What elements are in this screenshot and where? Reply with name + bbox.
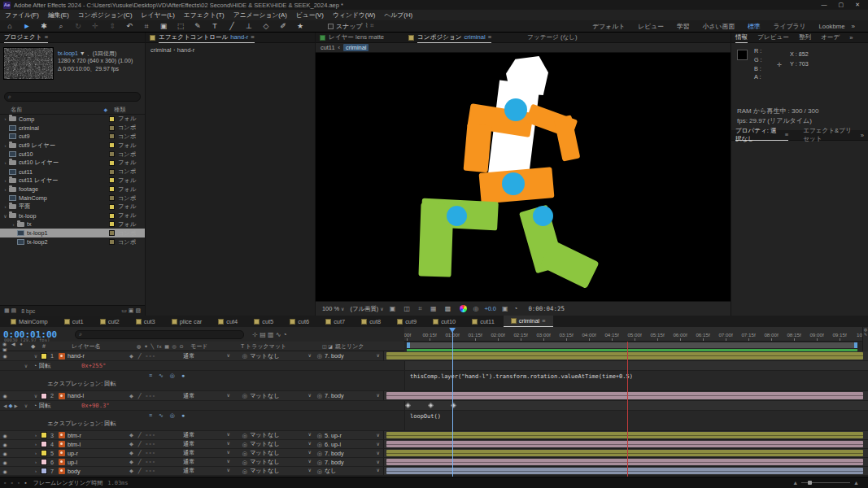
keyframe-toggle-icon[interactable]: ◆ (9, 403, 13, 409)
layer-row[interactable]: ◉›5up-r◆ ╱ ▫▫▫通常∨◎マットなし∨◎7. body∨ (0, 449, 868, 458)
panel-overflow-button[interactable]: » (849, 34, 853, 41)
layer-row[interactable]: ◉›6up-l◆ ╱ ▫▫▫通常∨◎マットなし∨◎7. body∨ (0, 458, 868, 467)
view-option-icons[interactable]: ▣ ◫ ⌗ ▦ ▩ (390, 305, 455, 313)
layer-switches[interactable]: ◆ ╱ ▫▫▫ (129, 441, 183, 447)
column-mode[interactable]: モード (190, 342, 241, 351)
label-color-swatch[interactable] (109, 133, 115, 139)
layer-switches[interactable]: ◆ ╱ ▫▫▫ (129, 432, 183, 438)
layer-name[interactable]: btm-l (68, 441, 129, 448)
label-color-swatch[interactable] (109, 116, 115, 122)
timeline-search-input[interactable]: ⌕ (75, 330, 244, 339)
layer-twirl-icon[interactable]: › (31, 433, 41, 438)
parent-pickwhip-icon[interactable]: ◎ (315, 468, 325, 475)
parent-pickwhip-icon[interactable]: ◎ (315, 441, 325, 448)
layer-duration-bar[interactable] (386, 432, 863, 438)
track-matte-select[interactable]: マットなし∨ (250, 449, 315, 457)
layer-visibility-icon[interactable]: ◉ (0, 451, 10, 456)
project-item[interactable]: ›txフォル (0, 220, 145, 229)
layer-switches[interactable]: ◆ ╱ ▫▫▫ (129, 468, 183, 474)
zoom-slider-knob[interactable] (808, 481, 812, 485)
type-tool-icon[interactable]: T (210, 22, 220, 30)
project-search-input[interactable]: ⌕ (4, 92, 141, 102)
mode-select[interactable]: 通常∨ (183, 431, 233, 439)
tab-プレビュー[interactable]: プレビュー (757, 33, 789, 41)
menu-item[interactable]: ビュー(V) (296, 11, 324, 20)
breadcrumb-current[interactable]: criminal (343, 44, 369, 51)
label-color-swatch[interactable] (109, 151, 115, 157)
project-item[interactable]: ›cut11 レイヤーフォル (0, 176, 145, 185)
rotate-tool-icon[interactable]: ↶ (124, 22, 134, 30)
panel-menu-icon[interactable]: ≡ (488, 33, 491, 41)
workspace-デフォルト[interactable]: デフォルト (592, 22, 625, 31)
work-area-end-handle[interactable] (854, 342, 857, 348)
expression-row[interactable]: ≡ ∿ ◎ ●エクスプレッション: 回転loopOut() (0, 411, 868, 431)
mode-select[interactable]: 通常∨ (183, 440, 233, 448)
property-track[interactable] (404, 361, 868, 370)
keyframe-next-icon[interactable]: ▶ (15, 403, 18, 408)
project-item[interactable]: tx-loop1コンポ (0, 229, 145, 237)
comp-tab-cut11[interactable]: cut11 (465, 316, 502, 327)
parent-pickwhip-icon[interactable]: ◎ (315, 432, 325, 439)
layer-switches[interactable]: ◆ ╱ ▫▫▫ (129, 393, 183, 399)
parent-select[interactable]: 7. body∨ (325, 352, 383, 359)
workspace-小さい画面[interactable]: 小さい画面 (703, 22, 735, 31)
snap-checkbox[interactable] (328, 24, 334, 29)
panel-overflow-button[interactable]: » (861, 132, 864, 139)
layer-row[interactable]: ◉∨2hand-l◆ ╱ ▫▫▫通常∨◎マットなし∨◎7. body∨ (0, 391, 868, 401)
project-item[interactable]: criminalコンポ (0, 124, 145, 133)
layer-twirl-icon[interactable]: › (31, 468, 41, 473)
comp-tab-cut4[interactable]: cut4 (211, 316, 245, 327)
layer-twirl-icon[interactable]: › (31, 442, 41, 447)
parent-pickwhip-icon[interactable]: ◎ (315, 392, 325, 399)
layer-row[interactable]: ◉›3btm-r◆ ╱ ▫▫▫通常∨◎マットなし∨◎5. up-r∨ (0, 431, 868, 440)
work-area-bar[interactable] (407, 342, 857, 348)
menu-item[interactable]: アニメーション(A) (233, 11, 287, 20)
workspace-Lookbme[interactable]: Lookbme (818, 23, 844, 30)
tab-情報[interactable]: 情報 (735, 33, 748, 43)
layer-duration-bar[interactable] (386, 352, 863, 359)
roto-brush-tool-icon[interactable]: ✐ (278, 22, 288, 30)
expression-field[interactable]: loopOut() (404, 411, 868, 430)
comp-tab-criminal[interactable]: criminal≡ (504, 316, 553, 327)
project-item[interactable]: cut9コンポ (0, 133, 145, 142)
expander-icon[interactable]: › (2, 116, 9, 121)
menu-item[interactable]: ファイル(F) (5, 11, 39, 20)
home-icon[interactable]: ⌂ (5, 22, 15, 30)
layer-duration-bar[interactable] (386, 392, 863, 399)
layer-label-color[interactable] (41, 353, 47, 359)
pan-behind-tool-icon[interactable]: ▣ (159, 22, 168, 30)
layer-twirl-icon[interactable]: › (31, 451, 41, 455)
layer-track[interactable] (383, 449, 868, 457)
layer-row[interactable]: ◉›7body◆ ╱ ▫▫▫通常∨◎マットなし∨◎なし∨ (0, 467, 868, 476)
expander-icon[interactable]: › (10, 222, 17, 227)
playhead-handle[interactable] (449, 328, 456, 333)
maximize-button[interactable]: ▢ (839, 2, 844, 8)
channel-wheel-icon[interactable] (460, 305, 467, 312)
expression-switch-icons[interactable]: ≡ ∿ ◎ ● (149, 412, 187, 419)
property-twirl-icon[interactable]: ∨ (21, 403, 31, 408)
layer-name[interactable]: up-l (68, 459, 129, 466)
layer-visibility-icon[interactable]: ◉ (0, 353, 10, 359)
panel-menu-icon[interactable]: ≡ (45, 33, 48, 41)
layer-label-color[interactable] (41, 393, 47, 399)
layer-name[interactable]: body (68, 468, 129, 475)
comp-tab-plice car[interactable]: plice car (164, 316, 210, 327)
workspace-ライブラリ[interactable]: ライブラリ (774, 22, 806, 31)
keyframe-diamond[interactable] (405, 403, 411, 408)
layer-label-color[interactable] (41, 459, 47, 465)
expander-icon[interactable]: › (2, 204, 9, 209)
project-columns-header[interactable]: 名前 ◆ 種類 (0, 105, 145, 115)
tab-effect-controls[interactable]: エフェクトコントロール hand-r ≡ (159, 33, 255, 43)
column-parent[interactable]: 親とリンク (335, 342, 364, 351)
resolution-select[interactable]: (フル画質) ∨ (350, 305, 383, 313)
tab-effects-presets[interactable]: エフェクト&プリセット (803, 127, 857, 143)
layer-track[interactable] (383, 431, 868, 439)
shape-tool-icon[interactable]: ⬚ (176, 22, 185, 30)
expander-icon[interactable]: › (2, 178, 9, 183)
project-item[interactable]: ›平面フォル (0, 203, 145, 211)
reset-exposure-icon[interactable]: ◎ (473, 305, 478, 312)
comp-tab-cut5[interactable]: cut5 (246, 316, 281, 327)
layer-twirl-icon[interactable]: › (31, 460, 41, 464)
keyframe-navigator[interactable]: ◀◆▶ (0, 403, 21, 409)
parent-select[interactable]: 6. up-l∨ (325, 441, 383, 448)
